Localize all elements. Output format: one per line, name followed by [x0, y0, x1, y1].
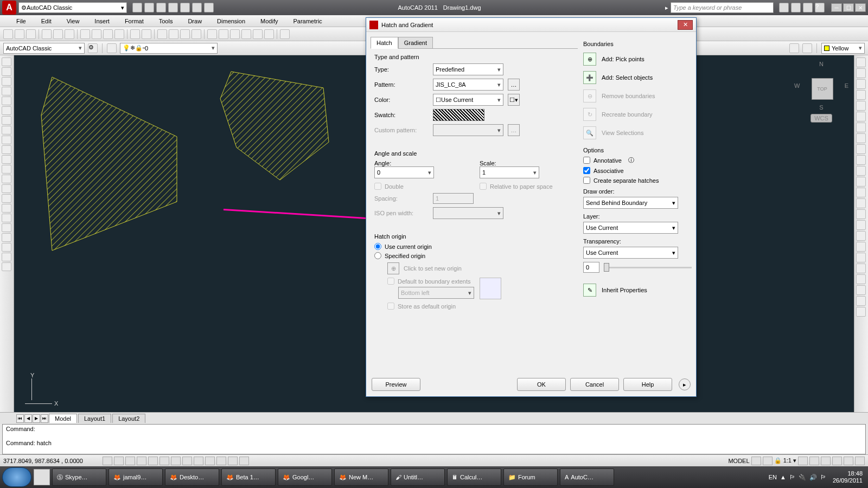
open-icon[interactable] — [15, 29, 24, 39]
break-icon[interactable] — [856, 177, 866, 187]
viewcube-n[interactable]: N — [794, 61, 848, 67]
save-icon[interactable] — [26, 29, 36, 39]
iso-icon[interactable] — [844, 457, 853, 465]
zoom-icon[interactable] — [169, 29, 178, 39]
fillet-icon[interactable] — [856, 209, 866, 219]
scale-select[interactable]: 1 — [480, 166, 539, 178]
grid-icon[interactable] — [114, 457, 124, 465]
viewcube-w[interactable]: W — [794, 82, 800, 89]
leader-icon[interactable] — [856, 253, 866, 262]
tray-net-icon[interactable]: ▲ — [780, 474, 786, 480]
dialog-close-button[interactable]: ✕ — [678, 20, 693, 30]
transparency-select[interactable]: Use Current — [583, 247, 678, 259]
menu-insert[interactable]: Insert — [94, 18, 110, 24]
mtext-icon[interactable] — [2, 175, 11, 183]
clean-icon[interactable] — [855, 457, 865, 465]
rect-icon[interactable] — [2, 87, 11, 95]
explorer-icon[interactable] — [34, 469, 50, 485]
layermatch-icon[interactable] — [802, 43, 812, 53]
new-icon[interactable] — [132, 3, 142, 12]
explode-icon[interactable] — [856, 220, 866, 230]
grid3-icon[interactable] — [763, 457, 773, 465]
maximize-button[interactable]: ☐ — [843, 3, 854, 12]
sc-icon[interactable] — [239, 457, 249, 465]
draw-order-select[interactable]: Send Behind Boundary — [583, 197, 678, 209]
arrow-icon[interactable]: ▸ — [665, 4, 668, 11]
menu-view[interactable]: View — [67, 18, 80, 24]
paste-icon[interactable] — [103, 29, 113, 39]
circle-icon[interactable] — [2, 106, 11, 115]
spline-icon[interactable] — [2, 116, 11, 125]
menu-modify[interactable]: Modify — [260, 18, 278, 24]
viewcube-s[interactable]: S — [794, 104, 848, 111]
viewcube-top[interactable]: TOP — [812, 78, 833, 100]
tab-layout1[interactable]: Layout1 — [78, 414, 111, 423]
menu-format[interactable]: Format — [125, 18, 144, 24]
cancel-button[interactable]: Cancel — [570, 378, 619, 391]
workspace-dd[interactable]: AutoCAD Classic — [3, 43, 85, 54]
tb-icon[interactable] — [821, 457, 831, 465]
erase-icon[interactable] — [856, 57, 866, 67]
task-ff4[interactable]: 🦊 Googl… — [278, 468, 332, 486]
qp-icon[interactable] — [228, 457, 238, 465]
type-select[interactable]: Predefined — [433, 63, 503, 75]
app-logo[interactable]: A — [2, 1, 16, 15]
polar-icon[interactable] — [137, 457, 146, 465]
trim-icon[interactable] — [856, 155, 866, 165]
angle-select[interactable]: 0 — [374, 166, 434, 178]
tray-clock[interactable]: 18:4826/09/2011 — [829, 470, 866, 484]
extend-icon[interactable] — [856, 166, 866, 176]
menu-dimension[interactable]: Dimension — [217, 18, 245, 24]
lwt-icon[interactable] — [205, 457, 215, 465]
helix-icon[interactable] — [2, 243, 11, 252]
gear-icon[interactable]: ⚙ — [88, 43, 98, 53]
plot-icon[interactable] — [42, 29, 52, 39]
expand-button[interactable]: ▸ — [679, 378, 691, 390]
region-icon[interactable] — [2, 145, 11, 154]
print-icon[interactable] — [204, 3, 214, 12]
preview-button[interactable]: Preview — [372, 378, 420, 391]
inherit-properties-button[interactable]: ✎Inherit Properties — [583, 284, 692, 297]
bgcolor-button[interactable]: ☐▾ — [508, 94, 520, 106]
block-icon[interactable] — [2, 184, 11, 193]
associative-check[interactable]: Associative — [583, 167, 692, 174]
tab-last-icon[interactable]: ⏭ — [41, 414, 48, 423]
saveas-icon[interactable] — [168, 3, 178, 12]
polygon-icon[interactable] — [2, 77, 11, 86]
swatch-preview[interactable] — [433, 109, 484, 121]
3dosnap-icon[interactable] — [159, 457, 169, 465]
binoculars-icon[interactable] — [779, 3, 789, 12]
favorite-icon[interactable] — [803, 3, 813, 12]
match-icon[interactable] — [114, 29, 124, 39]
chamfer-icon[interactable] — [856, 198, 866, 208]
annoscale[interactable]: 1:1 — [783, 457, 792, 464]
tray-flag-icon[interactable]: 🏳 — [789, 474, 795, 480]
edit-icon[interactable] — [856, 285, 866, 295]
use-current-origin-radio[interactable]: Use current origin — [374, 243, 574, 250]
undo2-icon[interactable] — [130, 29, 140, 39]
tol-icon[interactable] — [856, 264, 866, 273]
tab-prev-icon[interactable]: ◀ — [24, 414, 32, 423]
tray-action-icon[interactable]: 🏳 — [820, 474, 826, 480]
ws2-icon[interactable] — [809, 457, 819, 465]
open-icon[interactable] — [144, 3, 154, 12]
transparency-slider[interactable] — [604, 267, 692, 268]
pline-icon[interactable] — [2, 67, 11, 76]
task-ff3[interactable]: 🦊 Beta 1… — [221, 468, 276, 486]
help2-icon[interactable] — [280, 29, 290, 39]
text-icon[interactable] — [856, 242, 866, 252]
task-calc[interactable]: 🖩 Calcul… — [447, 468, 501, 486]
workspace-selector[interactable]: ⚙ AutoCAD Classic — [18, 2, 127, 13]
redo-icon[interactable] — [192, 3, 202, 12]
grid2-icon[interactable] — [751, 457, 761, 465]
center-icon[interactable] — [856, 274, 866, 284]
task-ff2[interactable]: 🦊 Deskto… — [165, 468, 219, 486]
move-icon[interactable] — [856, 112, 866, 121]
menu-tools[interactable]: Tools — [159, 18, 173, 24]
task-folder[interactable]: 📁 Forum — [503, 468, 558, 486]
menu-draw[interactable]: Draw — [188, 18, 202, 24]
offset-icon[interactable] — [856, 90, 866, 100]
layeriso-icon[interactable] — [789, 43, 799, 53]
command-window[interactable]: Command: Command: hatch — [2, 424, 866, 454]
help-icon[interactable]: ? — [815, 3, 825, 12]
